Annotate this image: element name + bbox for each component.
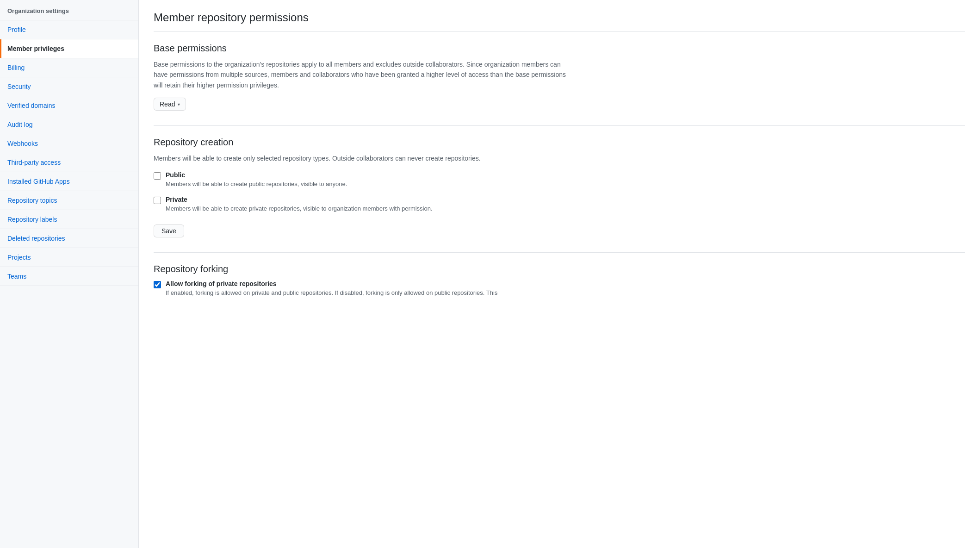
base-permissions-dropdown-label: Read <box>160 100 175 108</box>
sidebar-link-security[interactable]: Security <box>0 77 138 96</box>
public-checkbox[interactable] <box>154 172 161 180</box>
repository-forking-section: Repository forking Allow forking of priv… <box>154 264 965 298</box>
public-option-content: Public Members will be able to create pu… <box>166 171 347 189</box>
sidebar-item-profile[interactable]: Profile <box>0 20 138 39</box>
sidebar-link-member-privileges[interactable]: Member privileges <box>0 39 138 58</box>
sidebar-link-installed-github-apps[interactable]: Installed GitHub Apps <box>0 172 138 191</box>
allow-forking-content: Allow forking of private repositories If… <box>166 280 497 298</box>
sidebar-link-third-party-access[interactable]: Third-party access <box>0 153 138 172</box>
sidebar-item-third-party-access[interactable]: Third-party access <box>0 153 138 172</box>
section-divider <box>154 125 965 126</box>
base-permissions-section: Base permissions Base permissions to the… <box>154 43 965 111</box>
private-option-description: Members will be able to create private r… <box>166 204 433 213</box>
repository-forking-title: Repository forking <box>154 264 965 274</box>
allow-forking-description: If enabled, forking is allowed on privat… <box>166 288 497 298</box>
sidebar-item-audit-log[interactable]: Audit log <box>0 115 138 134</box>
sidebar-link-deleted-repositories[interactable]: Deleted repositories <box>0 229 138 248</box>
allow-forking-option: Allow forking of private repositories If… <box>154 280 965 298</box>
sidebar-item-verified-domains[interactable]: Verified domains <box>0 96 138 115</box>
base-permissions-description: Base permissions to the organization's r… <box>154 59 570 90</box>
public-option-label: Public <box>166 171 347 179</box>
private-option-label: Private <box>166 196 433 203</box>
sidebar-link-audit-log[interactable]: Audit log <box>0 115 138 134</box>
sidebar-item-deleted-repositories[interactable]: Deleted repositories <box>0 229 138 248</box>
chevron-down-icon: ▾ <box>178 102 180 107</box>
sidebar-item-webhooks[interactable]: Webhooks <box>0 134 138 153</box>
sidebar-item-teams[interactable]: Teams <box>0 267 138 286</box>
allow-forking-label: Allow forking of private repositories <box>166 280 497 287</box>
sidebar-link-billing[interactable]: Billing <box>0 58 138 77</box>
save-button[interactable]: Save <box>154 224 184 237</box>
sidebar: Organization settings ProfileMember priv… <box>0 0 139 548</box>
sidebar-item-repository-topics[interactable]: Repository topics <box>0 191 138 210</box>
section-divider-2 <box>154 252 965 253</box>
sidebar-link-repository-labels[interactable]: Repository labels <box>0 210 138 229</box>
allow-forking-checkbox[interactable] <box>154 281 161 288</box>
repository-creation-section: Repository creation Members will be able… <box>154 137 965 237</box>
repository-creation-title: Repository creation <box>154 137 965 148</box>
sidebar-item-installed-github-apps[interactable]: Installed GitHub Apps <box>0 172 138 191</box>
sidebar-link-repository-topics[interactable]: Repository topics <box>0 191 138 210</box>
base-permissions-dropdown[interactable]: Read ▾ <box>154 98 186 111</box>
private-option-content: Private Members will be able to create p… <box>166 196 433 213</box>
sidebar-title: Organization settings <box>0 0 138 20</box>
private-checkbox[interactable] <box>154 197 161 204</box>
sidebar-link-verified-domains[interactable]: Verified domains <box>0 96 138 115</box>
public-option: Public Members will be able to create pu… <box>154 171 965 189</box>
page-title: Member repository permissions <box>154 11 965 32</box>
sidebar-item-billing[interactable]: Billing <box>0 58 138 77</box>
sidebar-item-projects[interactable]: Projects <box>0 248 138 267</box>
sidebar-link-projects[interactable]: Projects <box>0 248 138 267</box>
sidebar-item-security[interactable]: Security <box>0 77 138 96</box>
public-option-description: Members will be able to create public re… <box>166 180 347 189</box>
sidebar-item-repository-labels[interactable]: Repository labels <box>0 210 138 229</box>
sidebar-item-member-privileges[interactable]: Member privileges <box>0 39 138 58</box>
sidebar-nav: ProfileMember privilegesBillingSecurityV… <box>0 20 138 286</box>
base-permissions-title: Base permissions <box>154 43 965 54</box>
sidebar-link-teams[interactable]: Teams <box>0 267 138 286</box>
private-option: Private Members will be able to create p… <box>154 196 965 213</box>
sidebar-link-profile[interactable]: Profile <box>0 20 138 39</box>
main-content: Member repository permissions Base permi… <box>139 0 980 548</box>
repository-creation-description: Members will be able to create only sele… <box>154 153 570 163</box>
sidebar-link-webhooks[interactable]: Webhooks <box>0 134 138 153</box>
